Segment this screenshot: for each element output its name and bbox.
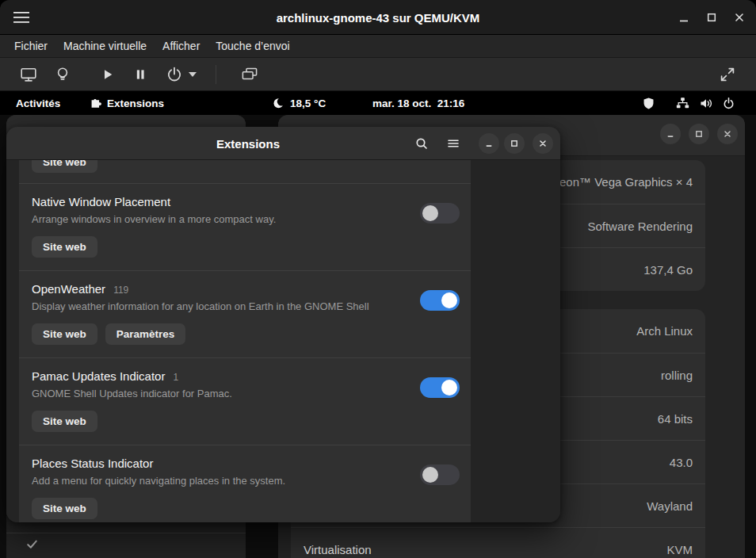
extension-row-header: Native Window Placement xyxy=(32,195,458,209)
extension-row-header: Places Status Indicator xyxy=(32,457,458,471)
run-button[interactable] xyxy=(94,61,120,88)
primary-menu-button[interactable] xyxy=(441,131,466,156)
extension-description: Display weather information for any loca… xyxy=(32,300,403,312)
weather-indicator[interactable]: 18,5 °C xyxy=(268,91,330,115)
menubar: Fichier Machine virtuelle Afficher Touch… xyxy=(0,35,756,58)
power-icon xyxy=(165,65,184,84)
pause-icon xyxy=(131,65,150,84)
puzzle-icon xyxy=(89,97,102,110)
system-status-area[interactable] xyxy=(642,91,735,115)
extension-settings-button[interactable]: Paramètres xyxy=(105,323,186,345)
settings-row: VirtualisationKVM xyxy=(291,527,705,558)
extensions-title: Extensions xyxy=(185,127,311,160)
extensions-content: Site webNative Window PlacementArrange w… xyxy=(6,160,560,522)
console-icon xyxy=(19,65,38,84)
moon-icon xyxy=(273,97,285,109)
settings-row-value: 137,4 Go xyxy=(643,263,693,277)
hardware-details-button[interactable] xyxy=(49,61,76,88)
settings-row-value: 64 bits xyxy=(658,412,693,426)
clock-label: mar. 18 oct. 21:16 xyxy=(372,97,464,109)
extension-row-header: Pamac Updates Indicator1 xyxy=(32,369,458,384)
play-icon xyxy=(97,65,116,84)
extension-buttons: Site webParamètres xyxy=(32,323,458,345)
extension-row-partial: Site web xyxy=(19,160,471,183)
extension-toggle[interactable] xyxy=(420,290,460,311)
pause-button[interactable] xyxy=(127,61,154,88)
maximize-button[interactable] xyxy=(706,12,717,23)
extensions-indicator[interactable]: Extensions xyxy=(84,91,169,115)
minimize-icon xyxy=(666,129,675,139)
close-icon xyxy=(538,139,548,148)
extensions-headerbar: Extensions xyxy=(6,127,560,160)
extension-website-button[interactable]: Site web xyxy=(32,160,97,173)
extension-toggle[interactable] xyxy=(420,377,460,398)
extension-toggle[interactable] xyxy=(420,464,460,485)
extension-website-button[interactable]: Site web xyxy=(32,323,97,345)
menu-machine-virtuelle[interactable]: Machine virtuelle xyxy=(55,40,155,52)
gnome-top-bar: Activités Extensions 18,5 °C mar. 18 oct… xyxy=(0,91,756,115)
displays-icon xyxy=(240,65,259,84)
toggle-knob xyxy=(422,205,438,221)
maximize-icon xyxy=(694,129,704,139)
search-icon xyxy=(414,136,429,151)
window-controls xyxy=(678,0,745,35)
extension-name: OpenWeather xyxy=(32,282,105,296)
toggle-knob xyxy=(441,292,457,308)
settings-row-label: Virtualisation xyxy=(304,543,372,556)
minimize-button[interactable] xyxy=(678,12,689,23)
settings-row-value: rolling xyxy=(661,369,693,382)
menu-afficher[interactable]: Afficher xyxy=(155,40,208,52)
shield-icon xyxy=(642,97,655,110)
maximize-button[interactable] xyxy=(689,124,709,144)
settings-row-value: Wayland xyxy=(647,499,693,513)
extension-row-header: OpenWeather119 xyxy=(32,282,458,296)
close-button[interactable] xyxy=(734,12,745,23)
console-button[interactable] xyxy=(15,61,42,88)
settings-row-value: KVM xyxy=(666,543,693,556)
extension-count-badge: 119 xyxy=(113,285,128,296)
extension-row: Native Window PlacementArrange windows i… xyxy=(19,183,471,270)
shutdown-menu-button[interactable] xyxy=(185,61,200,88)
extension-buttons: Site web xyxy=(32,498,458,519)
extension-row: Places Status IndicatorAdd a menu for qu… xyxy=(19,445,471,522)
minimize-button[interactable] xyxy=(479,133,499,154)
settings-row-value: Arch Linux xyxy=(636,324,693,338)
extension-buttons: Site web xyxy=(32,236,458,258)
extension-description: Add a menu for quickly navigating places… xyxy=(32,475,403,487)
clock-button[interactable]: mar. 18 oct. 21:16 xyxy=(368,91,469,115)
extensions-window: Extensions xyxy=(6,127,560,522)
extension-website-button[interactable]: Site web xyxy=(32,236,97,258)
toggle-knob xyxy=(422,467,438,483)
close-icon xyxy=(723,129,732,139)
virtual-displays-button[interactable] xyxy=(236,61,263,88)
close-button[interactable] xyxy=(717,124,738,144)
extension-description: GNOME Shell Updates indicator for Pamac. xyxy=(32,388,403,399)
minimize-button[interactable] xyxy=(660,124,681,144)
menu-touche-denvoi[interactable]: Touche d’envoi xyxy=(208,40,297,52)
volume-icon xyxy=(699,97,712,110)
fullscreen-icon xyxy=(718,65,737,84)
extension-website-button[interactable]: Site web xyxy=(32,498,97,519)
extension-row: OpenWeather119Display weather informatio… xyxy=(19,270,471,357)
settings-row-value: Software Rendering xyxy=(587,220,693,233)
close-button[interactable] xyxy=(533,133,553,154)
window-title: archlinux-gnome-43 sur QEMU/KVM xyxy=(0,0,756,35)
menu-fichier[interactable]: Fichier xyxy=(6,40,55,52)
maximize-icon xyxy=(706,12,717,23)
extension-toggle[interactable] xyxy=(420,203,460,224)
extension-description: Arrange windows in overview in a more co… xyxy=(32,213,403,225)
extension-row: Pamac Updates Indicator1GNOME Shell Upda… xyxy=(19,357,471,445)
check-icon xyxy=(25,537,39,551)
minimize-icon xyxy=(484,139,494,148)
extension-count-badge: 1 xyxy=(173,372,178,383)
settings-row-value: 43.0 xyxy=(670,456,693,469)
lightbulb-icon xyxy=(53,65,72,84)
extension-website-button[interactable]: Site web xyxy=(32,411,97,432)
search-button[interactable] xyxy=(409,131,434,156)
fullscreen-button[interactable] xyxy=(714,61,741,88)
maximize-button[interactable] xyxy=(504,133,525,154)
activities-button[interactable]: Activités xyxy=(11,91,65,115)
virt-manager-window: archlinux-gnome-43 sur QEMU/KVM Fichier … xyxy=(0,0,756,558)
shutdown-button[interactable] xyxy=(161,61,188,88)
extensions-indicator-label: Extensions xyxy=(107,97,164,109)
